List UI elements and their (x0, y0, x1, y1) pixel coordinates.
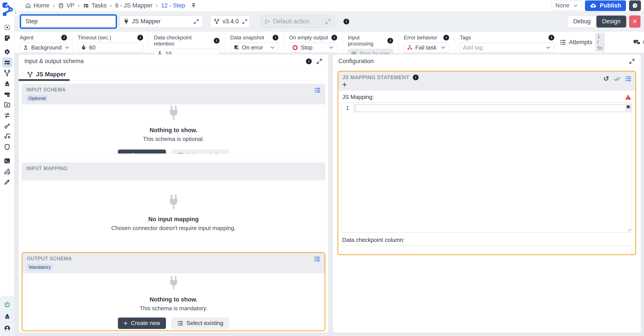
cloud-upload-icon (590, 2, 597, 9)
undo-icon[interactable]: ↺ (604, 75, 609, 82)
select-existing-button[interactable]: Select existing (171, 317, 229, 329)
info-icon[interactable]: i (413, 75, 418, 80)
sidebar-item-projects[interactable] (2, 100, 12, 110)
terminal-icon (4, 157, 11, 164)
checkpoint-column-input[interactable] (342, 246, 632, 255)
app-logo[interactable] (1, 2, 13, 16)
list-icon[interactable] (314, 87, 321, 93)
setting-retention: Data checkpoint retentioni 10 (148, 32, 225, 53)
topbar-right: None Publish ? (552, 1, 641, 11)
sidebar-item-agents[interactable] (2, 79, 12, 89)
chevron-down-icon (328, 45, 334, 50)
help-button[interactable]: ? (629, 1, 641, 11)
js-mapping-statement-header: JS MAPPING STATEMENT i + ↺ (338, 71, 636, 91)
sidebar-item-incognito[interactable] (2, 311, 12, 321)
home-icon (25, 3, 31, 9)
js-mapping-code-editor[interactable]: 1 (342, 102, 632, 233)
expand-icon[interactable] (316, 58, 323, 65)
sidebar-item-scan[interactable] (2, 23, 12, 33)
plus-icon: + (124, 152, 128, 154)
tasks-icon (4, 59, 11, 66)
timeout-input[interactable]: 60 (78, 43, 143, 52)
design-tab[interactable]: Design (596, 16, 626, 28)
info-icon[interactable]: i (548, 35, 554, 41)
list-icon (177, 152, 183, 154)
breadcrumb-separator: › (156, 2, 158, 9)
gear-icon (4, 48, 11, 56)
sidebar-collapse-button[interactable]: › (12, 9, 19, 16)
editor-selection-box[interactable] (356, 105, 626, 112)
expand-icon[interactable] (629, 58, 635, 65)
editor-resize-handle[interactable] (627, 227, 631, 232)
sidebar-item-editor[interactable] (2, 177, 12, 187)
breadcrumb-separator: › (53, 2, 55, 9)
close-icon: ✕ (632, 18, 638, 25)
sidebar-item-design-tools[interactable] (2, 166, 12, 176)
info-icon[interactable]: i (388, 38, 393, 44)
snapshot-select[interactable]: On error (230, 43, 278, 52)
version-select[interactable]: None (552, 1, 582, 11)
sidebar-item-settings[interactable] (2, 47, 12, 57)
tab-js-mapper[interactable]: JS Mapper (22, 68, 73, 81)
connector-version-field[interactable]: v3.4.0 (210, 15, 250, 28)
error-behavior-select[interactable]: Fail task (404, 43, 449, 52)
publish-button[interactable]: Publish (585, 1, 626, 11)
chevron-right-icon: › (15, 10, 16, 16)
input-schema-empty-state: Nothing to show. This schema is optional… (22, 104, 325, 154)
create-new-button[interactable]: + Create new (118, 149, 166, 154)
sidebar-item-transfers[interactable] (2, 110, 12, 120)
step-name-input[interactable]: Step (22, 17, 114, 26)
expand-icon[interactable] (325, 19, 331, 25)
add-statement-button[interactable]: + (342, 81, 350, 88)
breadcrumb-workspace[interactable]: VP (58, 2, 74, 9)
attempts-control[interactable]: Attempts 1 / 5s (560, 33, 605, 52)
sidebar-item-account[interactable] (2, 323, 12, 333)
info-icon[interactable]: i (332, 35, 337, 41)
setting-tags: Tagsi Add tag (454, 32, 560, 53)
info-icon[interactable]: i (138, 35, 143, 41)
sidebar-item-tasks[interactable] (2, 57, 12, 68)
agent-select[interactable]: Background (20, 43, 67, 52)
tags-select[interactable]: Add tag (460, 43, 554, 52)
info-icon[interactable]: i (272, 35, 278, 41)
expand-icon[interactable] (242, 19, 248, 25)
breadcrumb-step-current[interactable]: 12 - Step (161, 2, 185, 9)
info-icon[interactable]: i (214, 38, 220, 44)
database-error-icon (233, 45, 239, 51)
pencil-icon (4, 178, 11, 186)
sidebar-item-credentials[interactable] (2, 121, 12, 131)
action-field[interactable]: Default action (260, 15, 335, 28)
connector-field[interactable]: JS Mapper (120, 15, 203, 28)
breadcrumb-task[interactable]: 6 - JS Mapper (115, 2, 152, 9)
breadcrumb-home[interactable]: Home (25, 2, 50, 9)
warning-icon (625, 94, 632, 100)
breadcrumb-tasks[interactable]: Tasks (83, 2, 107, 9)
sidebar-item-functions[interactable] (2, 131, 12, 141)
comments-control[interactable]: 0 (633, 39, 644, 46)
pin-icon[interactable] (190, 3, 197, 9)
breadcrumb: Home › VP › Tasks › 6 - JS Mapper › (25, 2, 197, 9)
select-existing-button[interactable]: Select existing (171, 149, 229, 154)
chevron-down-icon (440, 45, 446, 50)
sidebar-item-connectors[interactable] (2, 89, 12, 99)
debug-tab[interactable]: Debug (568, 16, 596, 28)
info-icon[interactable]: i (306, 59, 312, 64)
breadcrumb-separator: › (110, 2, 112, 9)
info-icon[interactable]: i (61, 35, 67, 41)
expand-icon[interactable] (193, 19, 199, 25)
list-icon[interactable] (314, 256, 320, 262)
info-icon[interactable]: i (344, 19, 349, 24)
list-icon[interactable] (625, 75, 632, 82)
sidebar-item-power[interactable] (2, 299, 12, 310)
sidebar-item-terminal[interactable] (2, 156, 12, 166)
sidebar-item-security[interactable] (2, 142, 12, 152)
close-button[interactable]: ✕ (629, 15, 640, 28)
sidebar-item-notes[interactable] (2, 33, 12, 43)
create-new-button[interactable]: + Create new (118, 317, 166, 329)
validate-checks-icon[interactable] (614, 75, 620, 82)
editor-scrollbar-thumb[interactable] (627, 105, 630, 108)
sidebar-item-workflows[interactable] (2, 68, 12, 78)
on-empty-output-select[interactable]: Stop (289, 43, 337, 52)
info-icon[interactable]: i (444, 35, 449, 41)
output-schema-empty-state: Nothing to show. This schema is mandator… (22, 273, 325, 330)
